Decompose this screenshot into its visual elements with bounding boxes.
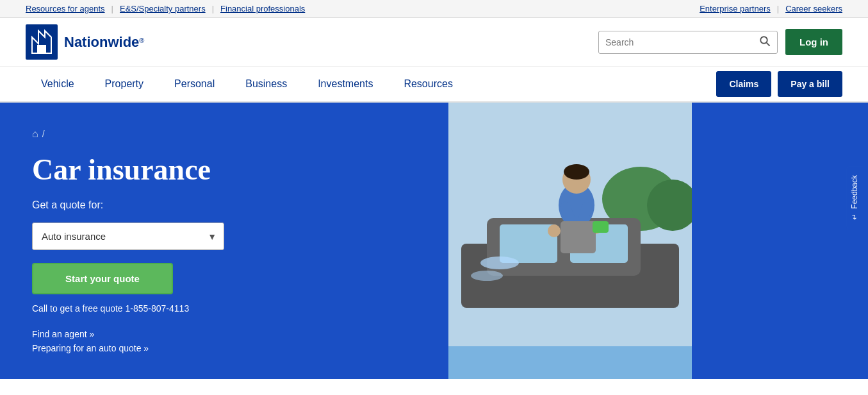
breadcrumb-separator: / [42, 129, 45, 139]
top-link-enterprise[interactable]: Enterprise partners [700, 4, 771, 13]
nav-buttons: Claims Pay a bill [716, 71, 842, 97]
hero-section: ⌂ / Car insurance Get a quote for: Auto … [0, 103, 868, 379]
svg-rect-22 [561, 221, 596, 253]
page-title: Car insurance [32, 153, 416, 187]
hero-content: ⌂ / Car insurance Get a quote for: Auto … [0, 103, 448, 379]
top-link-financial[interactable]: Financial professionals [220, 4, 305, 13]
svg-point-13 [480, 256, 519, 269]
nav-item-personal[interactable]: Personal [159, 67, 230, 101]
svg-point-17 [564, 164, 589, 180]
logo-text: Nationwide® [64, 34, 144, 51]
nav-item-vehicle[interactable]: Vehicle [26, 67, 90, 101]
nav-item-investments[interactable]: Investments [302, 67, 388, 101]
header-right: Log in [598, 29, 842, 55]
call-text: Call to get a free quote 1-855-807-4113 [32, 303, 416, 314]
divider-3: | [777, 4, 779, 13]
top-link-resources-agents[interactable]: Resources for agents [26, 4, 105, 13]
feedback-label: Feedback [850, 175, 859, 209]
search-input[interactable] [605, 37, 759, 47]
top-bar-left: Resources for agents | E&S/Specialty par… [26, 4, 305, 13]
search-box[interactable] [598, 31, 778, 54]
home-icon[interactable]: ⌂ [32, 128, 38, 140]
nav-item-resources[interactable]: Resources [388, 67, 468, 101]
hero-illustration [448, 103, 692, 346]
svg-rect-3 [37, 45, 46, 53]
nationwide-logo-icon [26, 24, 58, 60]
login-button[interactable]: Log in [785, 29, 842, 55]
nav-item-business[interactable]: Business [230, 67, 302, 101]
breadcrumb: ⌂ / [32, 128, 416, 140]
svg-point-4 [760, 37, 767, 44]
start-quote-button[interactable]: Start your quote [32, 263, 173, 294]
hero-links: Find an agent » Preparing for an auto qu… [32, 329, 416, 353]
logo-area[interactable]: Nationwide® [26, 24, 144, 60]
hero-image [448, 103, 692, 379]
feedback-arrow-icon: ↵ [850, 214, 859, 220]
top-bar-right: Enterprise partners | Career seekers [700, 4, 842, 13]
svg-line-5 [767, 42, 770, 46]
search-icon[interactable] [759, 35, 771, 49]
quote-subtitle: Get a quote for: [32, 199, 416, 211]
insurance-type-select[interactable]: Auto insurance Home insurance Renters in… [32, 223, 224, 250]
svg-point-20 [548, 224, 561, 237]
quote-select-wrap: Auto insurance Home insurance Renters in… [32, 223, 224, 250]
top-link-es-specialty[interactable]: E&S/Specialty partners [120, 4, 206, 13]
top-link-career[interactable]: Career seekers [785, 4, 842, 13]
svg-point-14 [471, 271, 503, 281]
claims-button[interactable]: Claims [716, 71, 771, 97]
divider-1: | [111, 4, 113, 13]
pay-bill-button[interactable]: Pay a bill [778, 71, 842, 97]
divider-2: | [212, 4, 214, 13]
feedback-tab[interactable]: ↵ Feedback [846, 166, 863, 229]
header: Nationwide® Log in [0, 18, 868, 67]
nav-items: Vehicle Property Personal Business Inves… [26, 67, 468, 101]
find-agent-link[interactable]: Find an agent » [32, 329, 416, 339]
svg-rect-0 [26, 24, 58, 60]
svg-rect-23 [593, 221, 609, 233]
preparing-quote-link[interactable]: Preparing for an auto quote » [32, 343, 416, 353]
main-nav: Vehicle Property Personal Business Inves… [0, 67, 868, 103]
top-bar: Resources for agents | E&S/Specialty par… [0, 0, 868, 18]
nav-item-property[interactable]: Property [90, 67, 159, 101]
